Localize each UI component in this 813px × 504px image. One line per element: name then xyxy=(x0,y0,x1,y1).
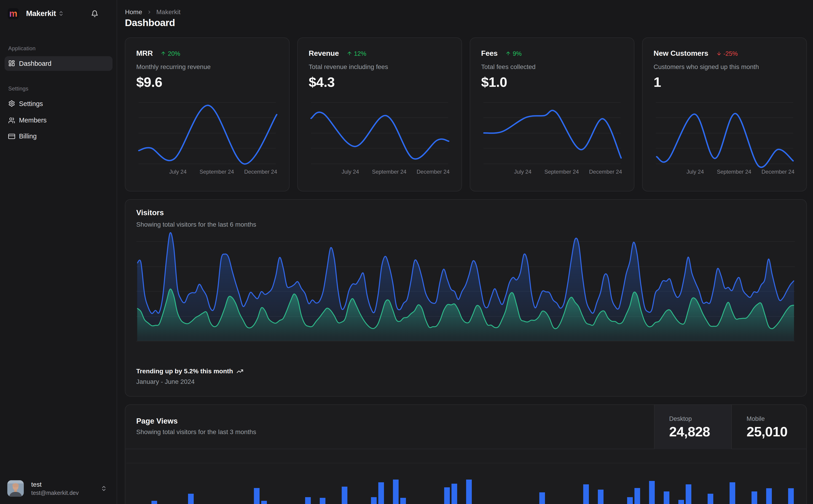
svg-text:m: m xyxy=(9,8,17,19)
